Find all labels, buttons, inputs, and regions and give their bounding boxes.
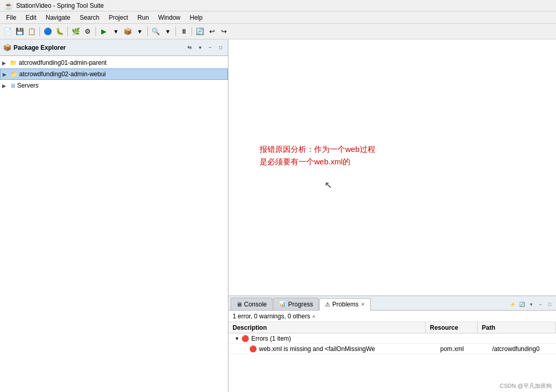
- tab-console[interactable]: 🖥 Console: [230, 298, 273, 310]
- tab-ctrl-filter[interactable]: ⚡: [508, 300, 517, 309]
- th-resource: Resource: [426, 322, 478, 333]
- problems-summary-text: 1 error, 0 warnings, 0 others: [233, 313, 310, 320]
- problems-tab-close[interactable]: ✕: [361, 302, 365, 307]
- th-path: Path: [478, 322, 556, 333]
- td-error-group-res: [428, 333, 480, 343]
- project-icon-0: 📁: [10, 60, 17, 66]
- cursor-indicator: ↖: [324, 179, 332, 191]
- group-chevron: ▼: [235, 336, 239, 341]
- tab-problems-label: Problems: [332, 301, 359, 308]
- annotation-line2: 是必须要有一个web.xml的: [260, 156, 375, 168]
- toolbar-search[interactable]: 🔍: [150, 26, 161, 37]
- pkg-header-sync[interactable]: ⇆: [185, 44, 194, 52]
- tree-item-2[interactable]: ▶ 🖥 Servers: [0, 80, 228, 91]
- package-explorer-title: Package Explorer: [13, 44, 183, 51]
- toolbar-sep-1: [39, 27, 40, 36]
- toolbar-dropdown2[interactable]: ▾: [134, 26, 145, 37]
- th-description: Description: [228, 322, 426, 333]
- td-error-group: ▼ 🔴 Errors (1 item): [230, 333, 428, 343]
- tree-label-1: atcrowdfunding02-admin-webui: [19, 71, 106, 78]
- tree-arrow-2: ▶: [2, 83, 8, 89]
- watermark: CSDN @平凡加班狗: [500, 382, 552, 390]
- toolbar-run[interactable]: ▶: [98, 26, 110, 37]
- tab-ctrl-menu[interactable]: ▾: [527, 300, 535, 309]
- toolbar-copy[interactable]: 📋: [26, 26, 37, 37]
- toolbar-sep-2: [67, 27, 68, 36]
- tab-ctrl-refresh[interactable]: 🔄: [518, 300, 526, 309]
- tab-console-label: Console: [244, 301, 267, 308]
- tree-label-0: atcrowdfunding01-admin-parent: [19, 59, 106, 66]
- menu-item-help[interactable]: Help: [186, 13, 207, 22]
- tab-ctrl-minimize[interactable]: −: [536, 300, 545, 309]
- project-icon-2: 🖥: [10, 82, 16, 89]
- toolbar-deploy[interactable]: 📦: [122, 26, 133, 37]
- problems-content: 1 error, 0 warnings, 0 others ∧ Descript…: [228, 311, 556, 392]
- menu-bar: FileEditNavigateSearchProjectRunWindowHe…: [0, 11, 556, 24]
- td-error-path: /atcrowdfunding0: [488, 344, 556, 354]
- annotation-line1: 报错原因分析：作为一个web过程: [260, 143, 375, 156]
- toolbar-run-config[interactable]: 🔵: [42, 26, 53, 37]
- toolbar-refresh[interactable]: 🔄: [194, 26, 206, 37]
- tree-item-0[interactable]: ▶ 📁 atcrowdfunding01-admin-parent: [0, 57, 228, 68]
- package-explorer-header: 📦 Package Explorer ⇆ ▾ − □: [0, 39, 228, 56]
- tab-ctrl-maximize[interactable]: □: [546, 300, 554, 309]
- tree-arrow-0: ▶: [2, 60, 8, 66]
- menu-item-file[interactable]: File: [2, 13, 20, 22]
- tree-arrow-1: ▶: [3, 72, 9, 77]
- tab-controls: ⚡ 🔄 ▾ − □: [508, 300, 554, 310]
- tab-progress-label: Progress: [288, 301, 313, 308]
- annotation-text: 报错原因分析：作为一个web过程 是必须要有一个web.xml的: [260, 143, 375, 168]
- pkg-header-minimize[interactable]: −: [206, 44, 214, 52]
- toolbar-new[interactable]: 📄: [2, 26, 13, 37]
- problems-sort-caret: ∧: [312, 314, 316, 319]
- bottom-panel: 🖥 Console 📊 Progress ⚠ Problems ✕ ⚡ 🔄 ▾: [228, 296, 556, 392]
- error-item-row-0[interactable]: 🔴 web.xml is missing and <failOnMissingW…: [228, 344, 556, 354]
- tree-label-2: Servers: [17, 82, 38, 89]
- menu-item-project[interactable]: Project: [104, 13, 132, 22]
- error-item-icon: 🔴: [249, 345, 257, 353]
- toolbar-redo[interactable]: ↪: [218, 26, 229, 37]
- pkg-header-menu[interactable]: ▾: [196, 44, 204, 52]
- menu-item-search[interactable]: Search: [75, 13, 103, 22]
- app-icon: ☕: [4, 2, 13, 10]
- toolbar-save[interactable]: 💾: [14, 26, 25, 37]
- menu-item-edit[interactable]: Edit: [21, 13, 40, 22]
- right-panel: 报错原因分析：作为一个web过程 是必须要有一个web.xml的 ↖ 🖥 Con…: [228, 39, 556, 392]
- toolbar-undo[interactable]: ↩: [206, 26, 218, 37]
- window-title: StationVideo - Spring Tool Suite: [16, 2, 104, 9]
- td-error-group-path: [480, 333, 556, 343]
- menu-item-navigate[interactable]: Navigate: [42, 13, 74, 22]
- toolbar: 📄 💾 📋 🔵 🐛 🌿 ⚙ ▶ ▾ 📦 ▾ 🔍 ▾ ⏸ 🔄 ↩ ↪: [0, 24, 556, 39]
- package-explorer-icon: 📦: [3, 44, 11, 51]
- tree-item-1[interactable]: ▶ 📁 atcrowdfunding02-admin-webui: [0, 68, 228, 80]
- editor-area: 报错原因分析：作为一个web过程 是必须要有一个web.xml的 ↖: [228, 39, 556, 296]
- toolbar-sep-6: [192, 27, 192, 36]
- td-error-desc: 🔴 web.xml is missing and <failOnMissingW…: [239, 344, 436, 354]
- tab-progress[interactable]: 📊 Progress: [273, 298, 319, 310]
- console-icon: 🖥: [236, 301, 242, 307]
- progress-icon: 📊: [279, 301, 286, 307]
- menu-item-run[interactable]: Run: [133, 13, 153, 22]
- problems-summary: 1 error, 0 warnings, 0 others ∧: [228, 311, 556, 322]
- error-group-icon: 🔴: [241, 335, 249, 342]
- toolbar-settings[interactable]: ⚙: [82, 26, 93, 37]
- toolbar-dropdown3[interactable]: ▾: [162, 26, 173, 37]
- pkg-header-maximize[interactable]: □: [216, 44, 225, 52]
- toolbar-pause[interactable]: ⏸: [178, 26, 189, 37]
- table-header: Description Resource Path: [228, 322, 556, 333]
- toolbar-dropdown[interactable]: ▾: [110, 26, 121, 37]
- package-tree: ▶ 📁 atcrowdfunding01-admin-parent ▶ 📁 at…: [0, 56, 228, 392]
- toolbar-spring[interactable]: 🌿: [70, 26, 82, 37]
- problems-table: Description Resource Path ▼ 🔴: [228, 322, 556, 392]
- project-icon-1: 📁: [10, 71, 18, 78]
- title-bar: ☕ StationVideo - Spring Tool Suite: [0, 0, 556, 11]
- problems-icon: ⚠: [325, 301, 330, 308]
- error-group-row[interactable]: ▼ 🔴 Errors (1 item): [228, 333, 556, 344]
- td-error-resource: pom.xml: [436, 344, 488, 354]
- left-panel: 📦 Package Explorer ⇆ ▾ − □ ▶ 📁 atcrowdfu…: [0, 39, 228, 392]
- menu-item-window[interactable]: Window: [154, 13, 185, 22]
- toolbar-sep-5: [175, 27, 176, 36]
- tab-problems[interactable]: ⚠ Problems ✕: [319, 298, 371, 311]
- toolbar-debug[interactable]: 🐛: [54, 26, 65, 37]
- main-layout: 📦 Package Explorer ⇆ ▾ − □ ▶ 📁 atcrowdfu…: [0, 39, 556, 392]
